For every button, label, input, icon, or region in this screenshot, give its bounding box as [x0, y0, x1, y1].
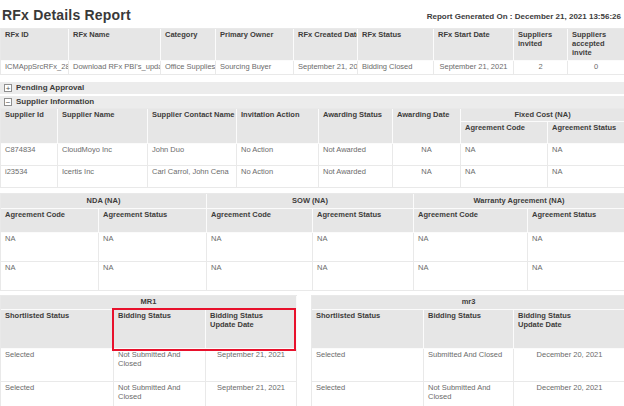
bidding-section: MR1 Shortlisted Status Bidding Status Bi… — [0, 295, 624, 406]
bidding-status-cell: Submitted And Closed — [424, 349, 514, 382]
mr1-group-row: MR1 — [1, 296, 297, 310]
shortlisted-status-cell: Selected — [1, 382, 114, 406]
bidding-table-mr1: MR1 Shortlisted Status Bidding Status Bi… — [0, 295, 297, 406]
col-header-bidding-status: Bidding Status — [114, 310, 206, 349]
col-header-fixed-cost-agreement-status: Agreement Status — [548, 122, 624, 144]
shortlisted-status-cell: Selected — [312, 349, 424, 382]
col-header-bidding-status-update-date: Bidding Status Update Date — [514, 310, 624, 349]
mr3-group-row: mr3 — [312, 296, 624, 310]
agreements-group-row: NDA (NA) SOW (NA) Warranty Agreement (NA… — [1, 194, 624, 209]
bidding-status-update-date-cell: September 21, 2021 — [206, 349, 297, 382]
invitation-action-cell: No Action — [237, 166, 319, 188]
report-generated-timestamp: Report Generated On : December 21, 2021 … — [427, 7, 621, 21]
bidding-table-mr3: mr3 Shortlisted Status Bidding Status Bi… — [311, 295, 624, 406]
awarding-status-cell: Not Awarded — [319, 166, 393, 188]
col-header-supplier-id: Supplier Id — [1, 109, 58, 145]
col-header-warranty-agreement-code: Agreement Code — [414, 209, 528, 233]
agreement-status-cell: NA — [548, 166, 624, 188]
agreement-status-cell: NA — [548, 144, 624, 166]
agreement-cell: NA — [528, 262, 624, 291]
suppliers-accepted-invite-cell: 0 — [568, 61, 624, 75]
rfx-header-row: RFx ID RFx Name Category Primary Owner R… — [1, 29, 624, 61]
col-header-rfx-created-date: RFx Created Date — [294, 29, 358, 61]
col-header-nda-agreement-status: Agreement Status — [99, 209, 207, 233]
group-header-mr3: mr3 — [312, 296, 624, 310]
col-header-sow-agreement-code: Agreement Code — [207, 209, 313, 233]
expand-icon[interactable]: + — [4, 84, 12, 92]
col-header-shortlisted-status: Shortlisted Status — [1, 310, 114, 349]
agreement-cell: NA — [99, 262, 207, 291]
awarding-date-cell: NA — [393, 144, 461, 166]
primary-owner-cell: Sourcing Buyer — [216, 61, 294, 75]
agreement-cell: NA — [1, 233, 99, 262]
rfx-name-cell: Download RFx PBI's_updated — [69, 61, 161, 75]
col-header-nda-agreement-code: Agreement Code — [1, 209, 99, 233]
section-supplier-information[interactable]: − Supplier Information — [0, 96, 624, 108]
collapse-icon[interactable]: − — [4, 98, 12, 106]
supplier-contact-cell: Carl Carrol, John Cena — [148, 166, 237, 188]
section-pending-approval-label: Pending Approval — [16, 83, 84, 92]
shortlisted-status-cell: Selected — [312, 382, 424, 406]
agreement-cell: NA — [207, 262, 313, 291]
agreement-cell: NA — [1, 262, 99, 291]
agreements-row: NA NA NA NA NA NA — [1, 233, 624, 262]
col-header-awarding-date: Awarding Date — [393, 109, 461, 145]
mr1-header-row: Shortlisted Status Bidding Status Biddin… — [1, 310, 297, 349]
category-cell: Office Supplies — [161, 61, 216, 75]
supplier-row: C874834 CloudMoyo Inc John Duo No Action… — [1, 144, 624, 166]
agreements-row: NA NA NA NA NA NA — [1, 262, 624, 291]
shortlisted-status-cell: Selected — [1, 349, 114, 382]
agreement-cell: NA — [313, 233, 414, 262]
col-header-bidding-status-update-date: Bidding Status Update Date — [206, 310, 297, 349]
col-header-supplier-contact-name: Supplier Contact Name — [148, 109, 237, 145]
agreement-cell: NA — [207, 233, 313, 262]
page-title: RFx Details Report — [2, 7, 131, 23]
group-header-nda: NDA (NA) — [1, 194, 207, 209]
group-header-mr1: MR1 — [1, 296, 297, 310]
mr3-row: Selected Not Submitted And Closed Decemb… — [312, 382, 624, 406]
awarding-status-cell: Not Awarded — [319, 144, 393, 166]
bidding-status-update-date-cell: December 20, 2021 — [514, 349, 624, 382]
suppliers-invited-cell: 2 — [514, 61, 568, 75]
col-header-rfx-status: RFx Status — [358, 29, 434, 61]
col-header-supplier-name: Supplier Name — [58, 109, 148, 145]
group-header-fixed-cost: Fixed Cost (NA) — [461, 109, 624, 123]
rfx-start-date-cell: September 21, 2021 — [434, 61, 514, 75]
col-header-awarding-status: Awarding Status — [319, 109, 393, 145]
agreements-table: NDA (NA) SOW (NA) Warranty Agreement (NA… — [0, 193, 624, 291]
col-header-suppliers-invited: Suppliers invited — [514, 29, 568, 61]
supplier-name-cell: CloudMoyo Inc — [58, 144, 148, 166]
agreement-cell: NA — [99, 233, 207, 262]
supplier-name-cell: Icertis Inc — [58, 166, 148, 188]
col-header-rfx-start-date: RFx Start Date — [434, 29, 514, 61]
supplier-id-cell: i23534 — [1, 166, 58, 188]
col-header-rfx-name: RFx Name — [69, 29, 161, 61]
rfx-id-cell: ICMAppSrcRFx_285 — [1, 61, 69, 75]
awarding-date-cell: NA — [393, 166, 461, 188]
rfx-created-date-cell: September 21, 2021 — [294, 61, 358, 75]
col-header-category: Category — [161, 29, 216, 61]
supplier-id-cell: C874834 — [1, 144, 58, 166]
bidding-status-cell: Not Submitted And Closed — [424, 382, 514, 406]
bidding-status-update-date-cell: September 21, 2021 — [206, 382, 297, 406]
agreement-cell: NA — [414, 233, 528, 262]
col-header-sow-agreement-status: Agreement Status — [313, 209, 414, 233]
mr3-header-row: Shortlisted Status Bidding Status Biddin… — [312, 310, 624, 349]
col-header-shortlisted-status: Shortlisted Status — [312, 310, 424, 349]
col-header-bidding-status: Bidding Status — [424, 310, 514, 349]
section-pending-approval[interactable]: + Pending Approval — [0, 82, 624, 94]
col-header-suppliers-accepted-invite: Suppliers accepted invite — [568, 29, 624, 61]
agreement-code-cell: NA — [461, 144, 548, 166]
group-header-warranty: Warranty Agreement (NA) — [414, 194, 624, 209]
col-header-warranty-agreement-status: Agreement Status — [528, 209, 624, 233]
col-header-rfx-id: RFx ID — [1, 29, 69, 61]
rfx-status-cell: Bidding Closed — [358, 61, 434, 75]
col-header-fixed-cost-agreement-code: Agreement Code — [461, 122, 548, 144]
rfx-data-row: ICMAppSrcRFx_285 Download RFx PBI's_upda… — [1, 61, 624, 75]
col-header-invitation-action: Invitation Action — [237, 109, 319, 145]
invitation-action-cell: No Action — [237, 144, 319, 166]
agreement-cell: NA — [313, 262, 414, 291]
supplier-row: i23534 Icertis Inc Carl Carrol, John Cen… — [1, 166, 624, 188]
agreement-cell: NA — [528, 233, 624, 262]
mr3-row: Selected Submitted And Closed December 2… — [312, 349, 624, 382]
